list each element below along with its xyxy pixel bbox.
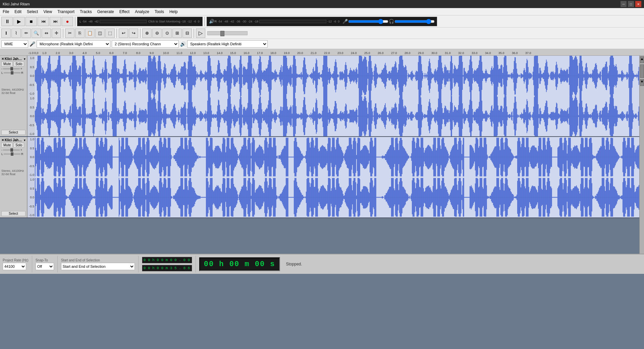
vu-left-6: -6 [194,20,196,23]
play-speed-knob [220,31,224,36]
play-speed-slider[interactable] [207,31,248,35]
t2-scale-n0-5: -0.5 [28,164,34,168]
trim-button[interactable]: ◫ [95,29,105,38]
menu-item-analyze[interactable]: Analyze [132,8,152,15]
zoom-fit-button[interactable]: ⊞ [172,29,182,38]
track1-gain-slider[interactable] [3,68,20,69]
menu-item-file[interactable]: File [0,8,12,15]
zoom-out-button[interactable]: ⊖ [152,29,162,38]
back-button[interactable]: ⏮ [38,17,49,26]
snap-to-select[interactable]: Off [36,263,54,270]
track2-solo-button[interactable]: Solo [13,143,24,148]
fwd-button[interactable]: ⏭ [50,17,61,26]
undo-button[interactable]: ↩ [119,29,128,38]
cut-button[interactable]: ✂ [65,29,74,38]
track1-title-row: ✕ Klici Jahvi Riv ▾ [1,57,25,61]
copy-button[interactable]: ⎘ [75,29,85,38]
zoom-tool[interactable]: 🔍 [32,29,41,38]
track1-expand-icon[interactable]: ▾ [24,57,25,61]
ruler-27: 27.0 [391,51,404,55]
menu-item-transport[interactable]: Transport [55,8,77,15]
track2-gain-knob [10,148,13,152]
track2-name: Klici Jahvi sov [5,138,23,142]
tracks-area: ✕ Klici Jahvi Riv ▾ Mute Solo - + [0,56,639,254]
menu-item-view[interactable]: View [41,8,55,15]
menu-item-tools[interactable]: Tools [152,8,167,15]
vu-meter-right: 🔊 R -54 -48 -42 -36 -30 -24 -18 -12 -6 0… [207,17,437,26]
ibeam-tool[interactable]: 𝐈 [1,29,11,38]
track2-expand-icon[interactable]: ▾ [24,139,25,142]
time-start-input[interactable] [142,257,192,263]
track1-pan-slider[interactable] [4,72,20,73]
minimize-button[interactable]: ─ [621,1,627,7]
play-button[interactable]: ▶ [13,17,25,26]
mic-gain-slider[interactable] [348,20,388,23]
play-speed-button[interactable]: ▷ [196,29,205,38]
close-button[interactable]: ✕ [635,1,641,7]
track1-L-pan: L [1,71,3,74]
stop-button[interactable]: ■ [25,17,37,26]
input-device-select[interactable]: Microphone (Realtek High Defini [37,40,110,48]
envelope-tool[interactable]: ⌇ [11,29,21,38]
zoom-sel-button[interactable]: ⊙ [162,29,172,38]
menu-item-generate[interactable]: Generate [95,8,117,15]
paste-button[interactable]: 📋 [85,29,95,38]
t2-scale-n1-0: -1.0 [28,173,34,177]
track1-close[interactable]: ✕ [1,57,4,61]
menubar: FileEditSelectViewTransportTracksGenerat… [0,8,644,15]
click-monitor-label[interactable]: Click to Start Monitoring [148,20,180,23]
vscroll-down[interactable]: ▼ [640,79,644,86]
track1-container: ✕ Klici Jahvi Riv ▾ Mute Solo - + [0,56,639,137]
track1-waveform-top[interactable]: 1.0 0.5 0.0 -0.5 -1.0 [28,56,639,96]
track2-select-button[interactable]: Select [1,211,25,216]
track1-select-button[interactable]: Select [1,130,25,135]
ruler-31: 31.0 [445,51,458,55]
status-divider4 [196,256,196,272]
vu-r-48: -48 [224,20,228,23]
audio-host-select[interactable]: MME [1,40,28,48]
track2-pan-slider[interactable] [4,153,20,155]
pause-button[interactable]: ⏸ [1,17,13,26]
mic-device-icon: 🎤 [30,41,35,47]
menu-item-select[interactable]: Select [24,8,41,15]
ruler-28: 28.0 [405,51,417,55]
redo-button[interactable]: ↪ [129,29,138,38]
track2-waveform-top[interactable]: 1.0 0.5 0.0 -0.5 -1.0 [28,137,639,177]
project-rate-select[interactable]: 44100 [3,263,26,270]
zoom-in-button[interactable]: ⊕ [142,29,152,38]
track2-gain-slider[interactable] [3,149,20,151]
track2-mute-button[interactable]: Mute [1,143,13,148]
ruler-5: 5.0 [96,51,109,55]
selection-type-select[interactable]: Start and End of Selection [61,263,135,270]
menu-item-tracks[interactable]: Tracks [77,8,95,15]
track2-waveform-bottom[interactable]: 1.0 0.5 0.0 -0.5 -1.0 [28,177,639,217]
record-button[interactable]: ● [62,17,73,26]
output-device-select[interactable]: Speakers (Realtek High Definiti [187,40,268,48]
zoom-width-button[interactable]: ⊟ [182,29,192,38]
track1-solo-button[interactable]: Solo [13,61,24,66]
track1-mute-button[interactable]: Mute [1,61,13,66]
devicebar: MME 🎤 Microphone (Realtek High Defini 2 … [0,39,644,49]
silence-button[interactable]: ⬚ [105,29,115,38]
ruler-6: 6.0 [109,51,122,55]
time-end-input[interactable] [142,265,192,271]
menu-item-effect[interactable]: Effect [117,8,132,15]
timeshift-tool[interactable]: ⇔ [42,29,51,38]
ruler-33: 33.0 [472,51,484,55]
track2-top-row: ✕ Klici Jahvi sov ▾ Mute Solo - + [0,137,639,177]
draw-tool[interactable]: ✏ [21,29,31,38]
vscroll-up[interactable]: ▲ [640,56,644,63]
menu-item-help[interactable]: Help [167,8,180,15]
vu-left-42: -42 [94,20,99,23]
window-controls: ─ □ ✕ [621,1,641,7]
menu-item-edit[interactable]: Edit [12,8,24,15]
output-gain-slider[interactable] [394,20,435,23]
channels-select[interactable]: 2 (Stereo) Recording Chann [112,40,179,48]
maximize-button[interactable]: □ [628,1,634,7]
vscroll-thumb[interactable] [640,64,644,78]
vertical-scrollbar[interactable]: ▲ ▼ [639,56,644,254]
track2-close[interactable]: ✕ [1,138,4,142]
scale-1-0-top: 1.0 [28,56,34,60]
track1-waveform-bottom[interactable]: 1.0 0.5 0.0 -0.5 -1.0 [28,96,639,136]
multitool[interactable]: ✛ [52,29,61,38]
